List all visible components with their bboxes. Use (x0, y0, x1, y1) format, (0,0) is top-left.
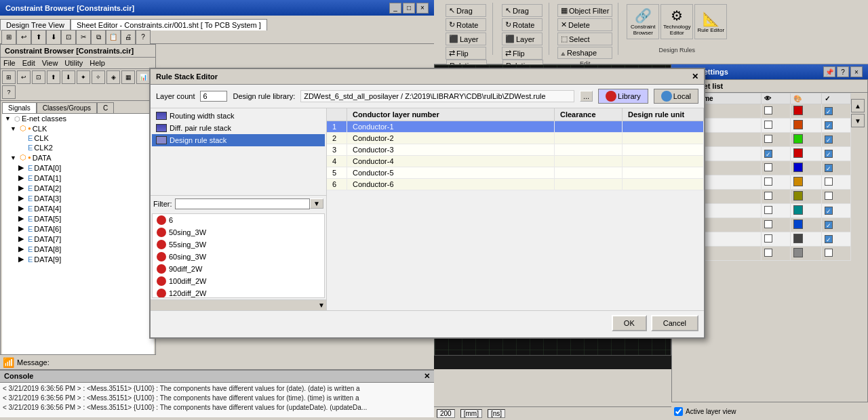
cb-btn-5[interactable]: ⬇ (62, 70, 75, 84)
tree-data6[interactable]: ▶ E DATA[6] (2, 224, 154, 234)
layer-active-cond4[interactable] (825, 192, 833, 200)
layer-visible-cond4[interactable] (764, 192, 772, 200)
layer-panel-close-btn[interactable]: × (850, 66, 863, 77)
flip-btn[interactable]: ⇄ Flip (446, 47, 486, 60)
library-btn[interactable]: Library (598, 89, 648, 104)
layer-active-cond1[interactable]: ✓ (825, 150, 833, 158)
layer-color-cond2[interactable] (793, 163, 803, 172)
layer-color-cutarea[interactable] (793, 120, 803, 129)
layer-color-milling2[interactable] (793, 248, 803, 257)
layer-visible-area[interactable] (764, 135, 772, 143)
close-btn-main[interactable]: × (416, 3, 429, 14)
object-filter-btn[interactable]: ▦ Object Filter (557, 4, 612, 17)
layer-active-cond6[interactable]: ✓ (825, 221, 833, 229)
browse-path-btn[interactable]: ... (580, 91, 593, 102)
layer-active-cond2[interactable]: ✓ (825, 164, 833, 172)
layer-color-milling1[interactable] (793, 234, 803, 243)
tree-clk2[interactable]: E CLK2 (2, 143, 154, 152)
flip2-btn[interactable]: ⇄ Flip (502, 47, 542, 60)
rotate2-btn[interactable]: ↻ Rotate (502, 18, 542, 31)
technology-editor-btn[interactable]: ⚙ Technology Editor (660, 4, 693, 39)
rule-item-6[interactable]: 6 (153, 214, 324, 226)
table-row-3[interactable]: 3 Conductor-3 (327, 144, 704, 156)
cb-btn-4[interactable]: ⬆ (47, 70, 60, 84)
layer-color-cond6[interactable] (793, 219, 803, 229)
table-row-4[interactable]: 4 Conductor-4 (327, 156, 704, 167)
tree-data9[interactable]: ▶ E DATA[9] (2, 254, 154, 264)
stack-diff-pair[interactable]: Diff. pair rule stack (152, 122, 325, 134)
layer-count-input[interactable] (200, 91, 227, 102)
select-btn[interactable]: ⬚ Select (557, 33, 612, 45)
menu-edit[interactable]: Edit (22, 59, 35, 67)
tree-data7[interactable]: ▶ E DATA[7] (2, 234, 154, 244)
scroll-up-btn[interactable]: ▲ (851, 99, 865, 112)
rule-item-60sing[interactable]: 60sing_3W (153, 251, 324, 263)
toolbar-btn-3[interactable]: ⬆ (31, 30, 46, 45)
cb-btn-3[interactable]: ⊡ (32, 70, 45, 84)
layer-visible-outline[interactable] (764, 106, 772, 114)
layer-color-cond1[interactable] (793, 148, 803, 158)
layer-panel-help-btn[interactable]: ? (837, 66, 849, 77)
tab-c[interactable]: C (97, 102, 114, 113)
menu-file[interactable]: File (3, 59, 16, 67)
design-tree-tab[interactable]: Design Tree View (0, 19, 71, 30)
cb-btn-7[interactable]: ✧ (92, 70, 105, 84)
tree-data1[interactable]: ▶ E DATA[1] (2, 173, 154, 183)
sheet-editor-tab[interactable]: Sheet Editor - Constraints.cir/001.sht [… (71, 19, 267, 30)
layer-active-cutarea[interactable]: ✓ (825, 121, 833, 129)
tree-data8[interactable]: ▶ E DATA[8] (2, 244, 154, 254)
drag2-btn[interactable]: ↖ Drag (502, 4, 542, 17)
rotate-btn[interactable]: ↻ Rotate (446, 18, 486, 31)
layer-active-outline[interactable]: ✓ (825, 107, 833, 115)
menu-view[interactable]: View (42, 59, 58, 67)
filter-dropdown-btn[interactable]: ▼ (310, 198, 323, 209)
cb-btn-10[interactable]: 📊 (136, 70, 150, 84)
layer-active-milling1[interactable]: ✓ (825, 235, 833, 243)
toolbar-btn-2[interactable]: ↩ (16, 30, 31, 45)
rule-editor-btn[interactable]: 📐 Rule Editor (694, 4, 727, 39)
stack-routing[interactable]: Routing width stack (152, 110, 325, 122)
toolbar-btn-1[interactable]: ⊞ (1, 30, 16, 45)
tree-data-group[interactable]: ▼ ⬡ ● DATA (2, 152, 154, 163)
active-layer-checkbox[interactable] (674, 407, 683, 416)
layer-color-cond4[interactable] (793, 191, 803, 201)
layer-visible-cond1[interactable]: ✓ (764, 150, 772, 158)
delete-btn[interactable]: ✕ Delete (557, 18, 612, 31)
rule-item-55sing[interactable]: 55sing_3W (153, 238, 324, 251)
toolbar-btn-6[interactable]: ✂ (76, 30, 91, 45)
dialog-close-btn[interactable]: ✕ (692, 72, 698, 81)
toolbar-btn-4[interactable]: ⬇ (46, 30, 61, 45)
minimize-btn[interactable]: _ (389, 3, 401, 14)
tree-data0[interactable]: ▶ E DATA[0] (2, 163, 154, 173)
rule-item-120diff[interactable]: 120diff_2W (153, 287, 324, 299)
layer-visible-milling1[interactable] (764, 234, 772, 243)
table-row-6[interactable]: 6 Conductor-6 (327, 179, 704, 190)
table-row-1[interactable]: 1 Conductor-1 (327, 121, 704, 133)
layer-color-cond3[interactable] (793, 177, 803, 186)
scroll-down-btn[interactable]: ▼ (851, 114, 865, 127)
layer-visible-cond3[interactable] (764, 177, 772, 186)
local-btn[interactable]: Local (654, 89, 698, 104)
rule-item-90diff[interactable]: 90diff_2W (153, 263, 324, 275)
cancel-btn[interactable]: Cancel (651, 315, 698, 331)
table-row-2[interactable]: 2 Conductor-2 (327, 133, 704, 144)
tree-data2[interactable]: ▶ E DATA[2] (2, 183, 154, 193)
toolbar-btn-10[interactable]: ? (136, 30, 151, 45)
maximize-btn[interactable]: □ (403, 3, 415, 14)
layer-btn[interactable]: ⬛ Layer (446, 33, 486, 45)
toolbar-btn-9[interactable]: 🖨 (121, 30, 136, 45)
layer-color-outline[interactable] (793, 106, 803, 115)
tree-clk[interactable]: E CLK (2, 133, 154, 143)
layer-visible-cond5[interactable] (764, 206, 772, 214)
toolbar-btn-7[interactable]: ⧉ (91, 30, 106, 45)
menu-utility[interactable]: Utility (64, 59, 83, 67)
cb-btn-2[interactable]: ↩ (17, 70, 31, 84)
layer-visible-milling2[interactable] (764, 249, 772, 257)
layer-active-area[interactable]: ✓ (825, 135, 833, 144)
toolbar-btn-8[interactable]: 📋 (106, 30, 121, 45)
layer-visible-cutarea[interactable] (764, 121, 772, 129)
tree-data3[interactable]: ▶ E DATA[3] (2, 193, 154, 203)
ok-btn[interactable]: OK (612, 315, 647, 331)
table-row-5[interactable]: 5 Conductor-5 (327, 167, 704, 179)
layer-color-cond5[interactable] (793, 205, 803, 215)
